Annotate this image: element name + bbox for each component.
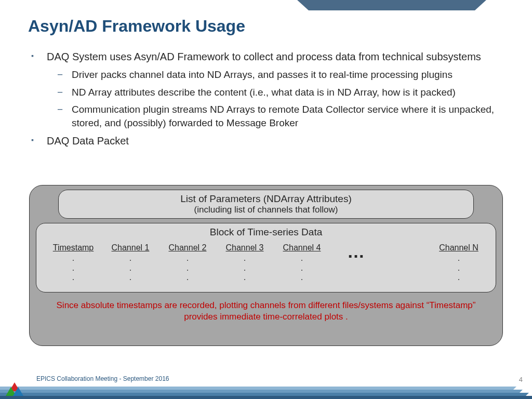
column-header: Timestamp — [45, 243, 102, 252]
footer-stripes — [0, 377, 532, 399]
column-dot: . — [159, 254, 216, 263]
column-dot: . — [45, 273, 102, 282]
column-dot: . — [45, 263, 102, 273]
column-channel: Channel 3 . . . — [216, 243, 273, 283]
stripe — [0, 396, 532, 399]
column-dot: . — [430, 263, 487, 273]
sub-bullet-item: Communication plugin streams ND Arrays t… — [47, 103, 501, 129]
column-dot: . — [102, 254, 159, 263]
logo-icon — [7, 382, 22, 396]
column-timestamp: Timestamp . . . — [45, 243, 102, 283]
column-dot: . — [430, 254, 487, 263]
column-dot: . — [159, 273, 216, 282]
sub-bullet-item: Driver packs channel data into ND Arrays… — [47, 68, 501, 82]
column-ellipsis: … — [330, 243, 382, 257]
column-header: Channel 1 — [102, 243, 159, 252]
bullet-item: DAQ Data Packet — [31, 134, 501, 148]
column-header: Channel 2 — [159, 243, 216, 252]
bullet-item: DAQ System uses Asyn/AD Framework to col… — [31, 50, 501, 130]
column-channel-n: Channel N . . . — [430, 243, 487, 283]
data-packet-diagram: List of Parameters (NDArray Attributes) … — [29, 185, 503, 346]
column-dot: . — [102, 273, 159, 282]
bullet-list: DAQ System uses Asyn/AD Framework to col… — [31, 50, 501, 152]
column-dot: . — [45, 254, 102, 263]
column-channel: Channel 4 . . . — [273, 243, 330, 283]
column-dot: . — [216, 273, 273, 282]
column-row: Timestamp . . . Channel 1 . . . Channel … — [45, 243, 487, 283]
bullet-text: DAQ System uses Asyn/AD Framework to col… — [47, 51, 481, 62]
column-dot: . — [273, 254, 330, 263]
sub-bullet-item: ND Array attributes describe the content… — [47, 86, 501, 99]
timeseries-box: Block of Time-series Data Timestamp . . … — [36, 223, 496, 292]
parameters-box: List of Parameters (NDArray Attributes) … — [58, 190, 474, 219]
column-dot: . — [102, 263, 159, 273]
logo-triangle-blue — [13, 387, 23, 396]
column-dot: . — [159, 263, 216, 273]
column-dot: . — [216, 254, 273, 263]
timeseries-title: Block of Time-series Data — [45, 227, 487, 238]
header-accent-tab — [309, 0, 475, 10]
column-header: Channel 4 — [273, 243, 330, 252]
column-dot: . — [273, 273, 330, 282]
column-dot: . — [430, 273, 487, 282]
column-header: Channel 3 — [216, 243, 273, 252]
column-dot: . — [216, 263, 273, 273]
slide-title: Asyn/AD Framework Usage — [28, 17, 245, 36]
parameters-subtitle: (including list of channels that follow) — [59, 205, 473, 215]
column-header: Channel N — [430, 243, 487, 252]
column-channel: Channel 2 . . . — [159, 243, 216, 283]
sub-bullet-list: Driver packs channel data into ND Arrays… — [47, 68, 501, 130]
column-dot: . — [273, 263, 330, 273]
bullet-text: DAQ Data Packet — [47, 135, 129, 147]
parameters-title: List of Parameters (NDArray Attributes) — [59, 193, 473, 205]
footnote-text: Since absolute timestamps are recorded, … — [36, 300, 496, 323]
column-channel: Channel 1 . . . — [102, 243, 159, 283]
